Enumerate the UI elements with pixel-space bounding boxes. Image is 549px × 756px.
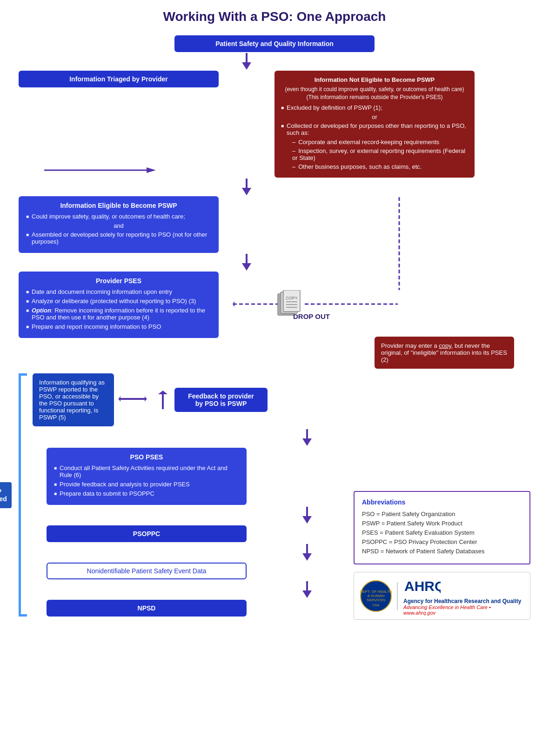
box4: Provider PSES Date and document incoming… [19, 272, 219, 338]
svg-text:DEPT. OF HEALTH: DEPT. OF HEALTH [360, 590, 392, 594]
diagram: Patient Safety and Quality Information I… [19, 35, 530, 620]
not-eligible-subtitle: (even though it could improve quality, s… [281, 86, 468, 93]
svg-marker-5 [242, 188, 251, 195]
box4-bullet4: Prepare and report incoming information … [26, 323, 211, 330]
page-title: Working With a PSO: One Approach [9, 9, 540, 24]
not-eligible-or: or [281, 113, 468, 120]
svg-text:SERVICES: SERVICES [367, 598, 385, 602]
box5-bullet3: Prepare data to submit to PSOPPC [54, 490, 239, 497]
svg-marker-30 [302, 553, 312, 561]
box1: Patient Safety and Quality Information [174, 35, 375, 52]
svg-text:USA: USA [373, 603, 380, 607]
not-eligible-bullet1: Excluded by definition of PSWP (1); [281, 104, 468, 111]
feedback-box: Feedback to provider by PSO is PSWP [174, 388, 268, 412]
svg-marker-1 [242, 62, 251, 70]
box5-bullet2: Provide feedback and analysis to provide… [54, 481, 239, 488]
svg-marker-21 [119, 396, 121, 402]
box5-title: PSO PSES [54, 453, 239, 461]
box3-title: Information Eligible to Become PSWP [26, 202, 211, 209]
pswp-label: PSWPProtected [0, 482, 12, 508]
box4-bullet3: Option: Remove incoming information befo… [26, 307, 211, 321]
not-eligible-box: Information Not Eligible to Become PSWP … [274, 71, 475, 178]
not-eligible-dash2: Inspection, survey, or external reportin… [292, 147, 468, 161]
not-eligible-bullet2: Collected or developed for purposes othe… [281, 122, 468, 136]
svg-marker-32 [302, 590, 312, 598]
box7: Nonidentifiable Patient Safety Event Dat… [47, 563, 247, 579]
svg-marker-3 [147, 167, 156, 173]
svg-text:COPY: COPY [286, 296, 298, 300]
box4-bullet1: Date and document incoming information u… [26, 288, 211, 295]
box5-bullet1: Conduct all Patient Safety Activities re… [54, 464, 239, 478]
svg-marker-9 [233, 301, 234, 307]
box2: Information Triaged by Provider [19, 71, 219, 87]
svg-marker-24 [158, 391, 167, 394]
svg-marker-22 [145, 396, 147, 402]
box8: NPSD [47, 600, 247, 617]
svg-marker-7 [242, 263, 251, 271]
info-qualifying-box: Information qualifying as PSWP reported … [33, 373, 114, 426]
svg-rect-12 [283, 290, 300, 312]
svg-text:& HUMAN: & HUMAN [368, 594, 385, 598]
box3-bullet2: Assembled or developed solely for report… [26, 231, 211, 245]
svg-marker-26 [302, 438, 312, 446]
dropout-label: DROP OUT [293, 312, 330, 320]
not-eligible-title: Information Not Eligible to Become PSWP [281, 76, 468, 83]
box3: Information Eligible to Become PSWP Coul… [19, 196, 219, 253]
box5: PSO PSES Conduct all Patient Safety Acti… [47, 448, 247, 505]
box4-bullet2: Analyze or deliberate (protected without… [26, 298, 211, 305]
svg-marker-28 [302, 516, 312, 524]
not-eligible-dash3: Other business purposes, such as claims,… [292, 163, 468, 170]
box6: PSOPPC [47, 525, 247, 542]
not-eligible-dash1: Corporate and external record-keeping re… [292, 139, 468, 146]
box3-and: and [26, 222, 211, 229]
not-eligible-subtitle2: (This information remains outside the Pr… [281, 94, 468, 100]
box4-title: Provider PSES [26, 277, 211, 285]
box3-bullet1: Could improve safety, quality, or outcom… [26, 213, 211, 220]
